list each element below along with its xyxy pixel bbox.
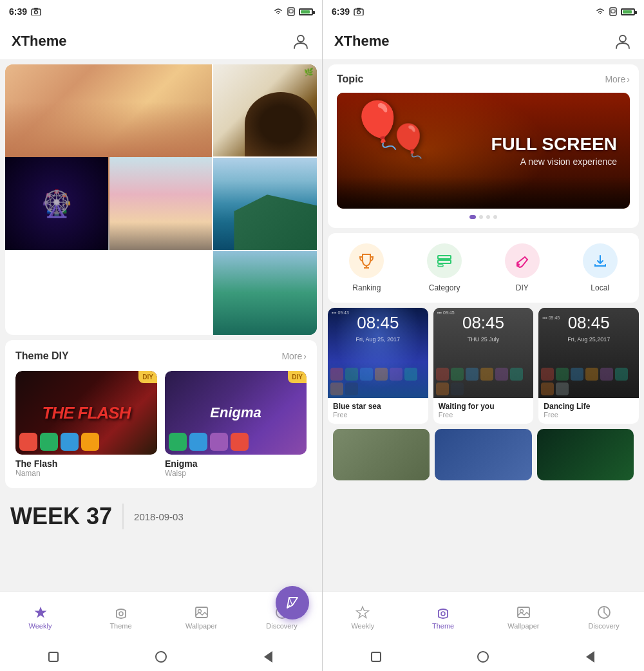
- svg-point-14: [357, 11, 361, 14]
- nav-theme-label-right: Theme: [432, 622, 454, 630]
- sys-home-left[interactable]: [154, 650, 168, 664]
- dessert-image: [109, 157, 213, 250]
- discovery-icon-right: [597, 605, 611, 619]
- enigma-thumb: DIY Enigma: [165, 371, 307, 455]
- theme-card-waiting[interactable]: ▪▪▪ 09:45 08:45 THU 25 July: [433, 308, 534, 424]
- nav-discovery-label-left: Discovery: [266, 622, 297, 630]
- enigma-text: Enigma: [210, 404, 261, 421]
- enigma-icons: [165, 429, 307, 455]
- profile-button-left[interactable]: [291, 32, 310, 51]
- banner-title: FULL SCREEN: [491, 135, 618, 155]
- app-icon-7: [210, 433, 228, 451]
- waiting-apps: [433, 365, 534, 398]
- svg-rect-27: [518, 607, 529, 618]
- diy-more-link[interactable]: More ›: [281, 351, 307, 361]
- battery-icon-left: [299, 8, 313, 15]
- quick-icon-category[interactable]: Category: [427, 243, 462, 292]
- nav-weekly-left[interactable]: Weekly: [0, 592, 80, 643]
- sys-recent-left[interactable]: [46, 650, 61, 664]
- flash-thumb: DIY THE FLASH: [15, 371, 157, 455]
- cliffs-image[interactable]: [213, 251, 317, 335]
- svg-point-11: [198, 609, 201, 612]
- balloon-graphic-2: 🎈: [388, 125, 428, 157]
- wifi-icon-right: [595, 8, 605, 15]
- sys-nav-left: [0, 643, 322, 671]
- theme-card-dancing[interactable]: ▪▪▪ 09:45 08:45 Fri, Aug 25,2017: [538, 308, 639, 424]
- quick-icon-local[interactable]: Local: [583, 243, 618, 292]
- dancing-thumb: ▪▪▪ 09:45 08:45 Fri, Aug 25,2017: [538, 308, 639, 398]
- blue-star-name: Blue star sea: [333, 402, 423, 411]
- status-time-left: 6:39: [9, 6, 41, 17]
- sys-recent-right[interactable]: [369, 650, 383, 664]
- download-icon: [591, 252, 609, 270]
- status-bar-right: 6:39: [323, 0, 644, 23]
- diy-badge-flash: DIY: [138, 371, 157, 383]
- week-date: 2018-09-03: [134, 511, 184, 522]
- photo-icon-left: [31, 8, 41, 15]
- nav-discovery-label-right: Discovery: [588, 622, 619, 630]
- sea-image[interactable]: [213, 158, 317, 250]
- app-header-left: XTheme: [0, 23, 322, 59]
- scroll-content-right: Topic More › 🎈 🎈 FULL SCREEN A new visio…: [323, 59, 644, 591]
- image-grid: 🎡 🌿: [5, 64, 317, 335]
- profile-button-right[interactable]: [613, 32, 632, 51]
- sys-back-right[interactable]: [583, 650, 598, 664]
- app-header-right: XTheme: [323, 23, 644, 59]
- quick-icons-row: Ranking Category: [328, 233, 639, 303]
- status-bar-left: 6:39: [0, 0, 322, 23]
- category-circle: [427, 243, 462, 278]
- category-label: Category: [429, 283, 460, 292]
- svg-line-7: [289, 598, 292, 605]
- ferris-image: 🎡: [5, 157, 108, 250]
- svg-rect-4: [289, 10, 293, 13]
- diy-grid: DIY THE FLASH The Flash Naman: [15, 371, 307, 478]
- waiting-name: Waiting for you: [439, 402, 529, 411]
- blue-thumb[interactable]: [435, 429, 531, 480]
- svg-marker-25: [357, 607, 369, 618]
- flash-author: Naman: [15, 469, 157, 478]
- svg-rect-22: [438, 260, 451, 263]
- nav-weekly-label-right: Weekly: [351, 622, 374, 630]
- flash-text: THE FLASH: [43, 403, 131, 423]
- svg-point-5: [298, 35, 304, 42]
- category-icon: [435, 252, 453, 270]
- topic-section: Topic More › 🎈 🎈 FULL SCREEN A new visio…: [328, 64, 639, 228]
- week-divider: [122, 504, 124, 529]
- theme-diy-section: Theme DIY More › DIY THE FLASH: [5, 340, 317, 488]
- app-icon-8: [231, 433, 249, 451]
- svg-rect-15: [357, 8, 361, 10]
- fab-button[interactable]: [276, 586, 309, 619]
- sys-back-left[interactable]: [261, 650, 276, 664]
- diy-item-flash[interactable]: DIY THE FLASH The Flash Naman: [15, 371, 157, 478]
- buildings-image[interactable]: 🎡: [5, 64, 212, 250]
- app-icon-2: [40, 433, 58, 451]
- ranking-circle: [349, 243, 384, 278]
- topic-banner[interactable]: 🎈 🎈 FULL SCREEN A new vision experience: [337, 93, 630, 209]
- quick-icon-ranking[interactable]: Ranking: [349, 243, 384, 292]
- hex-thumb[interactable]: [333, 429, 430, 480]
- nav-discovery-right[interactable]: Discovery: [564, 592, 644, 643]
- topic-more-link[interactable]: More ›: [605, 74, 630, 84]
- nav-theme-left[interactable]: Theme: [80, 592, 161, 643]
- banner-subtitle: A new vision experience: [491, 156, 618, 167]
- nav-theme-label-left: Theme: [109, 622, 131, 630]
- coffee-image[interactable]: 🌿: [213, 64, 317, 156]
- nav-wallpaper-left[interactable]: Wallpaper: [161, 592, 242, 643]
- nav-theme-right[interactable]: Theme: [403, 592, 484, 643]
- dark-thumb[interactable]: [537, 429, 634, 480]
- nav-wallpaper-right[interactable]: Wallpaper: [484, 592, 564, 643]
- photo-icon-right: [354, 8, 364, 15]
- theme-card-blue-star[interactable]: ▪▪▪ 09:43 08:45 Fri, Aug 25, 2017: [328, 308, 428, 424]
- diy-badge-enigma: DIY: [288, 371, 307, 383]
- left-phone: 6:39 XTheme: [0, 0, 322, 671]
- bottom-nav-right: Weekly Theme Wallpaper Discovery: [323, 591, 644, 643]
- quick-icon-diy[interactable]: DIY: [505, 243, 540, 292]
- sys-home-right[interactable]: [476, 650, 490, 664]
- nav-weekly-right[interactable]: Weekly: [323, 592, 403, 643]
- svg-rect-0: [32, 9, 41, 15]
- wallpaper-icon-left: [194, 605, 209, 619]
- diy-item-enigma[interactable]: DIY Enigma Enigma Waisp: [165, 371, 307, 478]
- diy-circle: [505, 243, 540, 278]
- dancing-apps: [538, 365, 639, 398]
- status-icons-right: [595, 7, 635, 16]
